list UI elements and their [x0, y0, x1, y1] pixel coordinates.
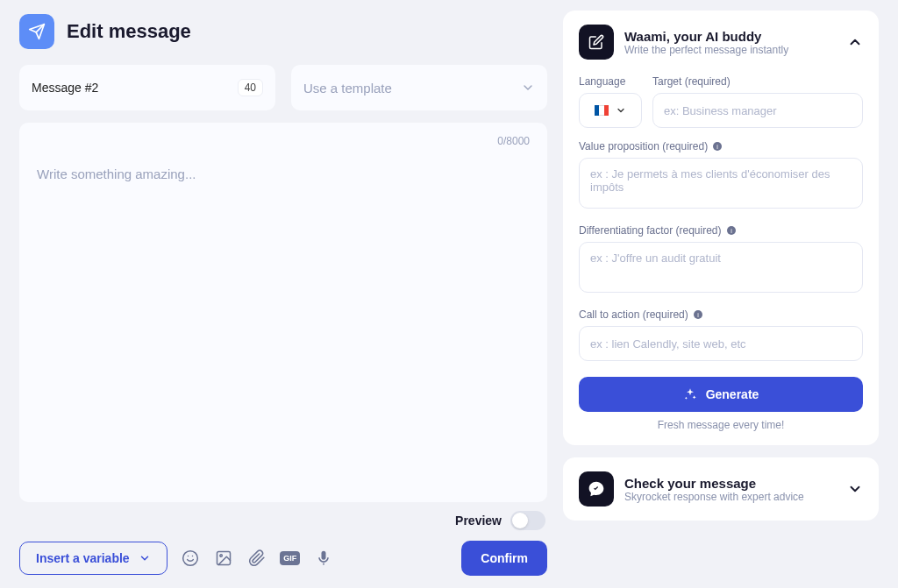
side-column: Waami, your AI buddy Write the perfect m… [563, 11, 879, 588]
info-icon: i [693, 309, 703, 320]
bottom-toolbar: Insert a variable GIF [19, 535, 547, 588]
ai-panel-subtitle: Write the perfect message instantly [624, 44, 837, 56]
check-panel: Check your message Skyrocket response wi… [563, 457, 879, 521]
info-icon: i [726, 225, 737, 236]
page-header: Edit message [19, 11, 547, 49]
value-prop-label: Value proposition (required) i [579, 140, 863, 152]
insert-variable-label: Insert a variable [36, 551, 130, 565]
template-placeholder: Use a template [303, 81, 392, 96]
language-select[interactable] [579, 93, 642, 128]
message-name-char-badge: 40 [238, 79, 263, 96]
emoji-icon[interactable] [180, 548, 201, 569]
generate-label: Generate [706, 387, 759, 401]
message-textarea[interactable] [37, 140, 530, 485]
preview-row: Preview [19, 502, 547, 535]
diff-factor-label: Differentiating factor (required) i [579, 224, 863, 237]
cta-label: Call to action (required) i [579, 308, 863, 321]
chevron-down-icon [521, 81, 535, 95]
fresh-note: Fresh message every time! [579, 419, 863, 431]
flag-fr-icon [595, 105, 609, 116]
svg-point-0 [182, 551, 197, 566]
language-label: Language [579, 75, 642, 88]
check-panel-header[interactable]: Check your message Skyrocket response wi… [579, 471, 863, 507]
target-label: Target (required) [652, 75, 863, 88]
image-icon[interactable] [213, 548, 234, 569]
chevron-up-icon [847, 34, 863, 50]
message-name-label: Message #2 [32, 81, 98, 95]
check-message-icon [579, 471, 614, 507]
chevron-down-icon [139, 552, 151, 564]
preview-label: Preview [455, 514, 502, 528]
insert-variable-button[interactable]: Insert a variable [19, 542, 167, 575]
generate-button[interactable]: Generate [579, 377, 863, 412]
char-counter: 0/8000 [497, 135, 530, 147]
value-prop-input[interactable] [579, 158, 863, 209]
toolbar-icons: GIF [180, 548, 334, 569]
editor-card: 0/8000 [19, 123, 547, 502]
cta-input[interactable] [579, 326, 863, 361]
edit-icon [579, 25, 614, 60]
confirm-button[interactable]: Confirm [461, 541, 547, 576]
diff-factor-input[interactable] [579, 242, 863, 293]
chevron-down-icon [847, 481, 863, 497]
info-icon: i [712, 141, 723, 152]
message-name-box[interactable]: Message #2 40 [19, 65, 275, 110]
send-icon [19, 14, 54, 49]
ai-panel-title: Waami, your AI buddy [624, 29, 837, 44]
target-input[interactable] [652, 93, 863, 128]
check-panel-subtitle: Skyrocket response with expert advice [624, 491, 837, 503]
svg-point-4 [219, 555, 222, 557]
ai-panel: Waami, your AI buddy Write the perfect m… [563, 11, 879, 445]
preview-toggle[interactable] [510, 511, 545, 530]
chevron-down-icon [616, 105, 626, 116]
gif-icon[interactable]: GIF [280, 548, 301, 569]
ai-panel-header[interactable]: Waami, your AI buddy Write the perfect m… [579, 25, 863, 60]
check-panel-title: Check your message [624, 476, 837, 491]
main-column: Edit message Message #2 40 Use a templat… [19, 11, 547, 588]
top-boxes: Message #2 40 Use a template [19, 65, 547, 110]
attachment-icon[interactable] [246, 548, 267, 569]
microphone-icon[interactable] [313, 548, 334, 569]
page-title: Edit message [67, 20, 191, 43]
sparkle-icon [683, 387, 697, 401]
template-select[interactable]: Use a template [291, 65, 547, 110]
